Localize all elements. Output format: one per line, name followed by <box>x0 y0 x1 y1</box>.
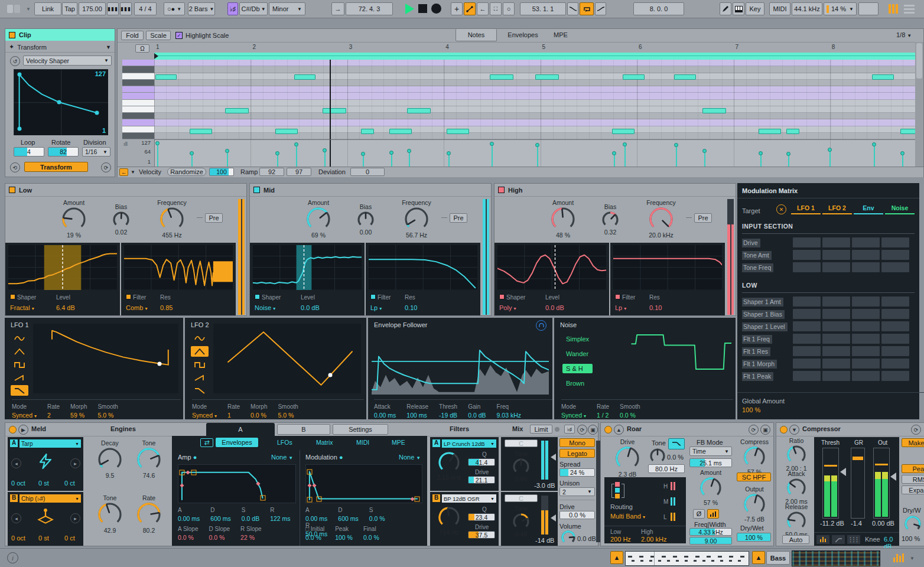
time-signature-field[interactable]: 4 / 4 <box>134 2 157 15</box>
midi-note[interactable] <box>447 129 469 134</box>
cpu-meter[interactable]: 14 %▼ <box>824 2 857 15</box>
loop-start-marker[interactable] <box>154 53 158 59</box>
filter-checkbox[interactable] <box>615 294 620 299</box>
fb-freq-slider[interactable]: 4.33 kHz <box>689 528 732 536</box>
fb-mode-select[interactable]: Time▼ <box>689 447 732 456</box>
engine-b-st[interactable]: 0 st <box>38 535 49 542</box>
filter-res-value[interactable]: 0.10 <box>405 304 417 311</box>
scale-menu[interactable]: Minor▼ <box>269 2 305 15</box>
pre-button[interactable]: Pre <box>205 213 223 223</box>
clip-overview[interactable] <box>625 551 749 566</box>
roar-tone-knob[interactable] <box>649 448 666 465</box>
piano-keys[interactable] <box>122 60 155 139</box>
xover-high[interactable]: 2.00 kHz <box>641 536 666 543</box>
piano-key[interactable] <box>122 60 154 66</box>
velocity-marker[interactable] <box>535 143 539 147</box>
unison-select[interactable]: 2▼ <box>559 487 595 496</box>
lfo1-params[interactable]: ModeSynced ▾Rate2Morph59 %Smooth5.0 % <box>12 399 181 419</box>
preview-headphone-button[interactable]: Ω <box>135 44 149 53</box>
back-to-arrangement-button[interactable]: ← <box>477 2 489 15</box>
amp-slope-row[interactable]: A Slope0.0 %D Slope0.0 %R Slope22 % <box>178 526 272 541</box>
session-view-icon[interactable] <box>889 4 898 14</box>
scale-button[interactable]: Scale <box>146 31 171 40</box>
midi-note[interactable] <box>612 129 635 134</box>
matrix-cell[interactable] <box>822 359 850 369</box>
matrix-cell[interactable] <box>822 237 850 247</box>
loop-transform-icon[interactable]: ⟲ <box>10 162 20 172</box>
subtab-mpe[interactable]: MPE <box>392 439 405 446</box>
tone-b-knob[interactable]: Tone42.9 <box>92 494 128 535</box>
matrix-cell[interactable] <box>793 296 821 307</box>
record-button[interactable] <box>431 4 441 14</box>
lfo-shape-icon-3[interactable] <box>191 372 209 383</box>
lfo-shape-icon-3[interactable] <box>11 372 28 383</box>
rate-knob[interactable]: Rate80.2 <box>131 494 167 535</box>
lane-chevron-icon[interactable]: ▼ <box>131 170 135 175</box>
ab-link-icon[interactable]: ⇄ <box>200 438 213 447</box>
band-activator-checkbox[interactable] <box>253 187 260 193</box>
matrix-column[interactable]: Env <box>854 204 883 214</box>
follow-button[interactable]: → <box>331 2 344 15</box>
mix-b-tone-knob[interactable]: Tone0.48 <box>507 505 535 538</box>
param[interactable]: R Slope22 % <box>240 526 262 541</box>
velocity-marker[interactable] <box>294 142 298 146</box>
matrix-cell[interactable] <box>822 296 850 307</box>
matrix-cell[interactable] <box>793 334 821 344</box>
param[interactable]: Freq9.03 kHz <box>497 403 521 419</box>
decay-knob[interactable]: Decay9.5 <box>92 439 128 480</box>
next-engine-icon[interactable]: ▸ <box>70 458 80 468</box>
engine-b-menu[interactable]: Chip (♭#)▼ <box>19 494 81 503</box>
collapsed-view-button[interactable] <box>816 535 829 544</box>
pre-button[interactable]: Pre <box>694 213 712 223</box>
lfo2-params[interactable]: ModeSynced ▾Rate1Morph0.0 %Smooth5.0 % <box>192 399 364 419</box>
lfo-shape-icon-0[interactable] <box>191 333 209 344</box>
bias-knob[interactable]: Bias0.00 <box>349 203 382 236</box>
amp-envelope-display[interactable] <box>178 464 296 503</box>
matrix-cell[interactable] <box>852 371 880 381</box>
hot-swap-icon[interactable]: ⟳ <box>911 425 921 435</box>
matrix-row[interactable]: Shaper 1 Bias <box>737 308 919 320</box>
matrix-row[interactable]: Flt 1 Freq <box>737 333 919 345</box>
frequency-knob[interactable]: Frequency455 Hz <box>149 199 194 239</box>
filter-type-menu[interactable]: Comb ▾ <box>126 304 147 311</box>
filter-res-value[interactable]: 0.10 <box>649 304 662 311</box>
bias-knob[interactable]: Bias0.02 <box>105 203 138 236</box>
piano-key[interactable] <box>122 80 154 86</box>
matrix-cell[interactable] <box>881 237 909 247</box>
amount-knob[interactable]: Amount19 % <box>54 199 94 239</box>
mix-b-handle[interactable] <box>551 514 556 522</box>
track-name-chip[interactable]: Bass <box>766 551 790 565</box>
matrix-row[interactable]: Shaper 1 Amt <box>737 295 919 308</box>
amp-adsr-row[interactable]: A0.00 msD600 msS0.0 dBR122 ms <box>178 507 301 522</box>
thresh-handle[interactable] <box>840 468 846 476</box>
mix-a-db[interactable]: -3.0 dB <box>534 482 555 489</box>
pan-b[interactable]: C <box>505 494 538 502</box>
tab-envelopes[interactable]: Envelopes <box>500 31 545 38</box>
deviation-field[interactable]: 0 <box>350 168 385 176</box>
lfo-shape-icon-1[interactable] <box>191 346 209 357</box>
loop-start-field[interactable]: 53. 1. 1 <box>520 2 566 15</box>
matrix-cell[interactable] <box>852 346 880 356</box>
matrix-cell[interactable] <box>822 334 850 344</box>
shaper-level-value[interactable]: 0.0 dB <box>545 304 564 311</box>
lfo-shape-icon-4[interactable] <box>11 385 28 396</box>
matrix-cell[interactable] <box>793 359 821 369</box>
matrix-column[interactable]: LFO 1 <box>791 204 821 214</box>
noise-type-sh[interactable]: S & H <box>562 364 593 373</box>
param[interactable]: Peak100 % <box>335 526 353 541</box>
fold-button[interactable]: Fold <box>121 31 144 40</box>
quantize-menu[interactable]: 2 Bars▼ <box>188 2 215 15</box>
matrix-cell[interactable] <box>793 309 821 319</box>
listen-icon[interactable] <box>536 320 546 331</box>
thresh-meter[interactable] <box>822 448 839 519</box>
matrix-cell[interactable] <box>852 296 880 307</box>
matrix-cell[interactable] <box>852 321 880 331</box>
matrix-row[interactable]: Flt 1 Morph <box>737 357 919 370</box>
matrix-cell[interactable] <box>822 262 850 272</box>
compressor-title-bar[interactable]: ▼ Compressor ⟳ <box>776 423 924 436</box>
loop-button[interactable] <box>580 2 594 15</box>
midi-note[interactable] <box>759 129 781 134</box>
matrix-row[interactable]: Tone Freq <box>737 261 919 273</box>
param[interactable]: S0.0 dB <box>242 507 259 522</box>
param[interactable]: S0.0 % <box>369 507 385 522</box>
